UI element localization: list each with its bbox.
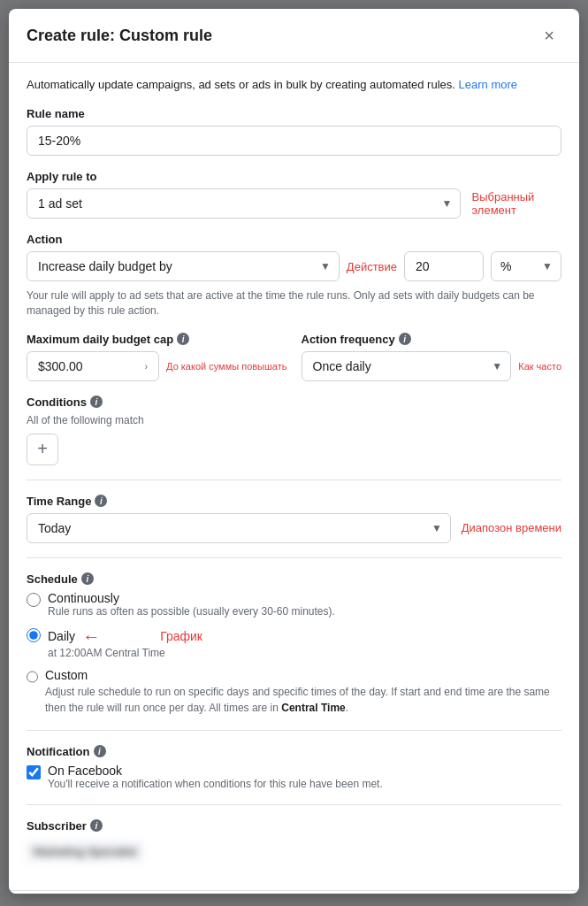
subscriber-info-icon[interactable]: i [90, 819, 103, 832]
action-label: Action [27, 233, 561, 246]
schedule-custom-radio[interactable] [27, 670, 38, 684]
schedule-custom-label: Custom [45, 668, 561, 682]
rule-name-group: Rule name [27, 107, 561, 156]
close-button[interactable]: × [537, 23, 561, 48]
notification-group: Notification i On Facebook You'll receiv… [27, 745, 561, 790]
modal-body: Automatically update campaigns, ad sets … [9, 63, 579, 890]
time-range-select-wrapper: Today ▼ [27, 513, 451, 543]
subscriber-name: Marketing Specialist [27, 841, 143, 862]
action-group: Action Increase daily budget by ▼ Действ… [27, 233, 561, 319]
schedule-daily-sub: at 12:00AM Central Time [48, 647, 561, 659]
time-range-group: Time Range i Today ▼ Диапозон времени [27, 495, 561, 543]
schedule-continuously-radio[interactable] [27, 593, 41, 607]
create-rule-modal: Create rule: Custom rule × Automatically… [9, 9, 579, 894]
time-range-annotation: Диапозон времени [462, 521, 561, 534]
budget-cap-label: Maximum daily budget cap i [27, 333, 287, 346]
on-facebook-option: On Facebook You'll receive a notificatio… [27, 764, 561, 790]
schedule-daily-radio[interactable] [27, 628, 41, 642]
budget-cap-annotation: До какой суммы повышать [166, 361, 286, 372]
action-frequency-info-icon[interactable]: i [399, 333, 411, 345]
schedule-custom-sub: Adjust rule schedule to run on specific … [45, 684, 561, 716]
conditions-group: Conditions i All of the following match … [27, 395, 561, 465]
budget-cap-info-icon[interactable]: i [177, 333, 189, 345]
conditions-label: Conditions i [27, 395, 561, 409]
modal-header: Create rule: Custom rule × [9, 9, 579, 63]
action-frequency-select-wrapper: Once daily ▼ [302, 351, 512, 381]
learn-more-link[interactable]: Learn more [459, 78, 517, 91]
action-value-input[interactable] [404, 251, 484, 281]
on-facebook-sub: You'll receive a notification when condi… [48, 778, 383, 790]
notification-info-icon[interactable]: i [94, 745, 106, 757]
schedule-continuously-label-group: Continuously Rule runs as often as possi… [48, 591, 335, 618]
apply-rule-select[interactable]: 1 ad set [27, 188, 461, 219]
modal-title: Create rule: Custom rule [27, 27, 212, 45]
action-row: Increase daily budget by ▼ Действие % ▼ [27, 251, 561, 281]
divider-2 [27, 557, 561, 558]
apply-rule-select-wrapper: 1 ad set ▼ [27, 188, 461, 219]
apply-rule-annotation: Выбранный элемент [471, 190, 561, 217]
rule-name-input[interactable] [27, 126, 561, 156]
rule-applies-text: Your rule will apply to ad sets that are… [27, 288, 561, 319]
schedule-label: Schedule i [27, 572, 561, 586]
daily-left-arrow-icon: ← [82, 626, 100, 647]
budget-cap-chevron-icon: › [144, 361, 148, 372]
divider-4 [27, 804, 561, 805]
budget-cap-display[interactable]: $300.00 › [27, 351, 159, 381]
schedule-group: Schedule i Continuously Rule runs as oft… [27, 572, 561, 716]
action-frequency-select[interactable]: Once daily [302, 351, 512, 381]
action-frequency-col: Action frequency i Once daily ▼ Как част… [302, 333, 562, 381]
on-facebook-checkbox[interactable] [27, 765, 41, 779]
divider-1 [27, 480, 561, 480]
schedule-annotation: График [160, 629, 202, 643]
schedule-continuously-label: Continuously [48, 591, 335, 605]
schedule-options: Continuously Rule runs as often as possi… [27, 591, 561, 716]
schedule-daily-option: Daily ← График at 12:00AM Central Time [27, 626, 561, 659]
subscriber-group: Subscriber i Marketing Specialist [27, 819, 561, 862]
on-facebook-label: On Facebook [48, 764, 383, 778]
schedule-continuously-option: Continuously Rule runs as often as possi… [27, 591, 561, 618]
schedule-daily-label-group: Daily ← График at 12:00AM Central Time [48, 626, 561, 659]
budget-frequency-row: Maximum daily budget cap i $300.00 › До … [27, 333, 561, 381]
divider-3 [27, 730, 561, 731]
time-range-select[interactable]: Today [27, 513, 451, 543]
time-range-label: Time Range i [27, 495, 561, 508]
unit-select[interactable]: % [491, 251, 561, 281]
schedule-custom-label-group: Custom Adjust rule schedule to run on sp… [45, 668, 561, 716]
schedule-continuously-sub: Rule runs as often as possible (usually … [48, 605, 335, 618]
action-frequency-label: Action frequency i [302, 333, 562, 346]
time-range-info-icon[interactable]: i [95, 495, 107, 507]
action-select[interactable]: Increase daily budget by [27, 251, 340, 281]
subscriber-label: Subscriber i [27, 819, 561, 833]
budget-cap-col: Maximum daily budget cap i $300.00 › До … [27, 333, 287, 381]
schedule-info-icon[interactable]: i [81, 572, 94, 585]
apply-rule-label: Apply rule to [27, 170, 561, 183]
on-facebook-label-group: On Facebook You'll receive a notificatio… [48, 764, 383, 790]
rule-name-label: Rule name [27, 107, 561, 120]
apply-rule-group: Apply rule to 1 ad set ▼ Выбранный элеме… [27, 170, 561, 219]
schedule-daily-label: Daily [48, 629, 75, 643]
unit-select-wrapper: % ▼ [491, 251, 561, 281]
modal-footer: Cancel Create [9, 890, 579, 894]
conditions-sub-label: All of the following match [27, 414, 561, 426]
action-annotation: Действие [347, 260, 397, 273]
intro-text: Automatically update campaigns, ad sets … [27, 77, 561, 93]
notification-label: Notification i [27, 745, 561, 758]
action-select-wrapper: Increase daily budget by ▼ [27, 251, 340, 281]
schedule-custom-option: Custom Adjust rule schedule to run on sp… [27, 668, 561, 716]
conditions-info-icon[interactable]: i [90, 395, 103, 408]
action-frequency-annotation: Как часто [518, 361, 561, 372]
add-condition-button[interactable]: + [27, 434, 58, 465]
